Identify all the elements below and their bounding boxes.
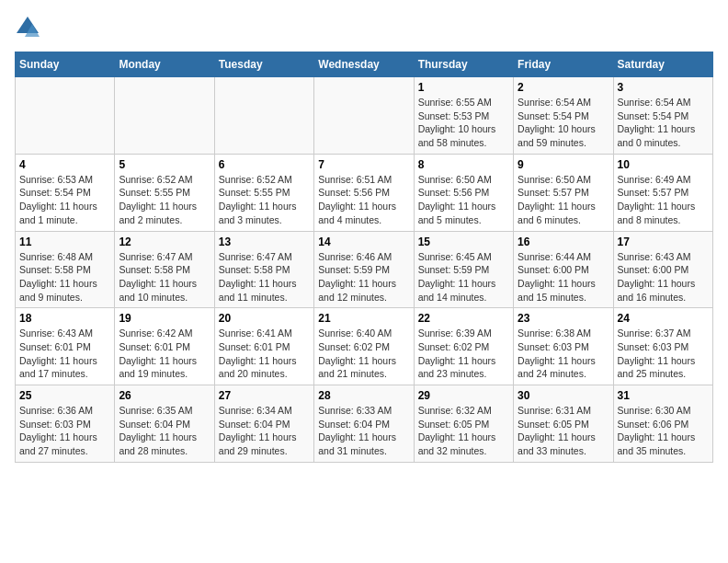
day-info: Sunrise: 6:42 AM Sunset: 6:01 PM Dayligh… bbox=[119, 327, 210, 381]
day-number: 8 bbox=[418, 158, 509, 171]
day-info: Sunrise: 6:47 AM Sunset: 5:58 PM Dayligh… bbox=[219, 250, 310, 304]
day-number: 3 bbox=[618, 81, 709, 94]
calendar-cell: 17Sunrise: 6:43 AM Sunset: 6:00 PM Dayli… bbox=[613, 231, 712, 308]
day-number: 4 bbox=[19, 158, 110, 171]
calendar-day-header: Monday bbox=[115, 52, 214, 77]
calendar-cell: 24Sunrise: 6:37 AM Sunset: 6:03 PM Dayli… bbox=[613, 308, 712, 385]
calendar-day-header: Wednesday bbox=[314, 52, 414, 77]
day-number: 9 bbox=[518, 158, 609, 171]
day-number: 22 bbox=[418, 312, 509, 325]
logo bbox=[15, 15, 44, 40]
day-number: 28 bbox=[318, 389, 409, 402]
calendar-cell: 20Sunrise: 6:41 AM Sunset: 6:01 PM Dayli… bbox=[214, 308, 313, 385]
calendar-cell: 30Sunrise: 6:31 AM Sunset: 6:05 PM Dayli… bbox=[514, 385, 613, 463]
page-header bbox=[15, 15, 713, 40]
calendar-cell: 31Sunrise: 6:30 AM Sunset: 6:06 PM Dayli… bbox=[613, 385, 712, 463]
day-info: Sunrise: 6:51 AM Sunset: 5:56 PM Dayligh… bbox=[318, 173, 409, 227]
day-info: Sunrise: 6:35 AM Sunset: 6:04 PM Dayligh… bbox=[119, 404, 210, 458]
day-info: Sunrise: 6:52 AM Sunset: 5:55 PM Dayligh… bbox=[119, 173, 210, 227]
day-info: Sunrise: 6:31 AM Sunset: 6:05 PM Dayligh… bbox=[518, 404, 609, 458]
calendar-cell bbox=[115, 77, 214, 155]
calendar-cell: 23Sunrise: 6:38 AM Sunset: 6:03 PM Dayli… bbox=[514, 308, 613, 385]
calendar-cell: 25Sunrise: 6:36 AM Sunset: 6:03 PM Dayli… bbox=[16, 385, 115, 463]
calendar-cell: 11Sunrise: 6:48 AM Sunset: 5:58 PM Dayli… bbox=[16, 231, 115, 308]
day-info: Sunrise: 6:43 AM Sunset: 6:01 PM Dayligh… bbox=[19, 327, 110, 381]
day-number: 25 bbox=[19, 389, 110, 402]
calendar-cell: 26Sunrise: 6:35 AM Sunset: 6:04 PM Dayli… bbox=[115, 385, 214, 463]
calendar-cell: 10Sunrise: 6:49 AM Sunset: 5:57 PM Dayli… bbox=[613, 154, 712, 231]
day-info: Sunrise: 6:54 AM Sunset: 5:54 PM Dayligh… bbox=[518, 96, 609, 150]
calendar-cell: 4Sunrise: 6:53 AM Sunset: 5:54 PM Daylig… bbox=[16, 154, 115, 231]
day-info: Sunrise: 6:47 AM Sunset: 5:58 PM Dayligh… bbox=[119, 250, 210, 304]
day-info: Sunrise: 6:45 AM Sunset: 5:59 PM Dayligh… bbox=[418, 250, 509, 304]
calendar-cell: 27Sunrise: 6:34 AM Sunset: 6:04 PM Dayli… bbox=[214, 385, 313, 463]
day-number: 14 bbox=[318, 236, 409, 248]
day-info: Sunrise: 6:38 AM Sunset: 6:03 PM Dayligh… bbox=[518, 327, 609, 381]
calendar-week-row: 18Sunrise: 6:43 AM Sunset: 6:01 PM Dayli… bbox=[16, 308, 713, 385]
day-info: Sunrise: 6:39 AM Sunset: 6:02 PM Dayligh… bbox=[418, 327, 509, 381]
day-info: Sunrise: 6:52 AM Sunset: 5:55 PM Dayligh… bbox=[219, 173, 310, 227]
day-info: Sunrise: 6:34 AM Sunset: 6:04 PM Dayligh… bbox=[219, 404, 310, 458]
calendar-cell: 1Sunrise: 6:55 AM Sunset: 5:53 PM Daylig… bbox=[414, 77, 513, 155]
day-info: Sunrise: 6:32 AM Sunset: 6:05 PM Dayligh… bbox=[418, 404, 509, 458]
calendar-cell bbox=[214, 77, 313, 155]
day-number: 31 bbox=[618, 389, 709, 402]
day-number: 27 bbox=[219, 389, 310, 402]
day-number: 12 bbox=[119, 236, 210, 248]
day-number: 19 bbox=[119, 312, 210, 325]
day-info: Sunrise: 6:50 AM Sunset: 5:57 PM Dayligh… bbox=[518, 173, 609, 227]
day-number: 23 bbox=[518, 312, 609, 325]
day-number: 6 bbox=[219, 158, 310, 171]
calendar-week-row: 25Sunrise: 6:36 AM Sunset: 6:03 PM Dayli… bbox=[16, 385, 713, 463]
calendar-week-row: 4Sunrise: 6:53 AM Sunset: 5:54 PM Daylig… bbox=[16, 154, 713, 231]
day-number: 30 bbox=[518, 389, 609, 402]
day-info: Sunrise: 6:33 AM Sunset: 6:04 PM Dayligh… bbox=[318, 404, 409, 458]
calendar-cell: 6Sunrise: 6:52 AM Sunset: 5:55 PM Daylig… bbox=[214, 154, 313, 231]
calendar-day-header: Sunday bbox=[16, 52, 115, 77]
day-info: Sunrise: 6:53 AM Sunset: 5:54 PM Dayligh… bbox=[19, 173, 110, 227]
calendar-cell: 28Sunrise: 6:33 AM Sunset: 6:04 PM Dayli… bbox=[314, 385, 414, 463]
day-number: 16 bbox=[518, 236, 609, 248]
calendar-cell: 8Sunrise: 6:50 AM Sunset: 5:56 PM Daylig… bbox=[414, 154, 513, 231]
day-number: 7 bbox=[318, 158, 409, 171]
day-number: 24 bbox=[618, 312, 709, 325]
day-number: 21 bbox=[318, 312, 409, 325]
calendar-week-row: 1Sunrise: 6:55 AM Sunset: 5:53 PM Daylig… bbox=[16, 77, 713, 155]
day-number: 15 bbox=[418, 236, 509, 248]
calendar-cell: 22Sunrise: 6:39 AM Sunset: 6:02 PM Dayli… bbox=[414, 308, 513, 385]
day-number: 20 bbox=[219, 312, 310, 325]
day-info: Sunrise: 6:30 AM Sunset: 6:06 PM Dayligh… bbox=[618, 404, 709, 458]
day-info: Sunrise: 6:46 AM Sunset: 5:59 PM Dayligh… bbox=[318, 250, 409, 304]
calendar-cell: 18Sunrise: 6:43 AM Sunset: 6:01 PM Dayli… bbox=[16, 308, 115, 385]
calendar-cell: 16Sunrise: 6:44 AM Sunset: 6:00 PM Dayli… bbox=[514, 231, 613, 308]
day-number: 10 bbox=[618, 158, 709, 171]
calendar-cell: 14Sunrise: 6:46 AM Sunset: 5:59 PM Dayli… bbox=[314, 231, 414, 308]
day-info: Sunrise: 6:36 AM Sunset: 6:03 PM Dayligh… bbox=[19, 404, 110, 458]
calendar-cell: 7Sunrise: 6:51 AM Sunset: 5:56 PM Daylig… bbox=[314, 154, 414, 231]
calendar-table: SundayMondayTuesdayWednesdayThursdayFrid… bbox=[15, 52, 713, 463]
calendar-day-header: Friday bbox=[514, 52, 613, 77]
calendar-week-row: 11Sunrise: 6:48 AM Sunset: 5:58 PM Dayli… bbox=[16, 231, 713, 308]
day-number: 13 bbox=[219, 236, 310, 248]
calendar-day-header: Tuesday bbox=[214, 52, 313, 77]
day-info: Sunrise: 6:54 AM Sunset: 5:54 PM Dayligh… bbox=[618, 96, 709, 150]
day-info: Sunrise: 6:43 AM Sunset: 6:00 PM Dayligh… bbox=[618, 250, 709, 304]
day-info: Sunrise: 6:41 AM Sunset: 6:01 PM Dayligh… bbox=[219, 327, 310, 381]
day-number: 26 bbox=[119, 389, 210, 402]
day-number: 5 bbox=[119, 158, 210, 171]
day-info: Sunrise: 6:37 AM Sunset: 6:03 PM Dayligh… bbox=[618, 327, 709, 381]
calendar-cell bbox=[314, 77, 414, 155]
day-number: 11 bbox=[19, 236, 110, 248]
calendar-cell: 13Sunrise: 6:47 AM Sunset: 5:58 PM Dayli… bbox=[214, 231, 313, 308]
day-info: Sunrise: 6:55 AM Sunset: 5:53 PM Dayligh… bbox=[418, 96, 509, 150]
calendar-cell: 5Sunrise: 6:52 AM Sunset: 5:55 PM Daylig… bbox=[115, 154, 214, 231]
day-number: 2 bbox=[518, 81, 609, 94]
day-number: 1 bbox=[418, 81, 509, 94]
calendar-cell: 15Sunrise: 6:45 AM Sunset: 5:59 PM Dayli… bbox=[414, 231, 513, 308]
calendar-cell: 3Sunrise: 6:54 AM Sunset: 5:54 PM Daylig… bbox=[613, 77, 712, 155]
day-number: 18 bbox=[19, 312, 110, 325]
calendar-header-row: SundayMondayTuesdayWednesdayThursdayFrid… bbox=[16, 52, 713, 77]
calendar-cell: 9Sunrise: 6:50 AM Sunset: 5:57 PM Daylig… bbox=[514, 154, 613, 231]
day-info: Sunrise: 6:48 AM Sunset: 5:58 PM Dayligh… bbox=[19, 250, 110, 304]
calendar-cell: 2Sunrise: 6:54 AM Sunset: 5:54 PM Daylig… bbox=[514, 77, 613, 155]
